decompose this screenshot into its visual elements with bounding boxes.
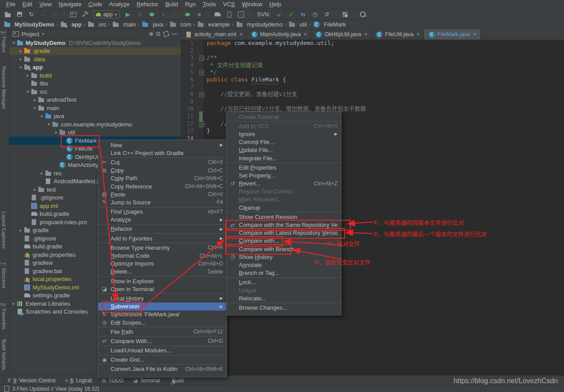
chevron-down-icon[interactable]: ▾ xyxy=(25,89,30,94)
chevron-right-icon[interactable]: ▸ xyxy=(18,49,23,53)
menu-item-unlock[interactable]: Unlock xyxy=(226,286,341,294)
menu-item-create-gist[interactable]: ◉Create Gist... xyxy=(98,356,226,364)
menu-item-show-current-revision[interactable]: Show Current Revision xyxy=(226,213,341,221)
breadcrumb-src[interactable]: src xyxy=(88,21,106,28)
close-icon[interactable]: × xyxy=(239,31,242,37)
stripe-layout-captures[interactable]: Layout Captures xyxy=(1,211,7,248)
close-icon[interactable]: × xyxy=(473,31,476,37)
menu-item-file-path[interactable]: File PathCtrl+Alt+F12 xyxy=(98,328,226,336)
window-icon[interactable] xyxy=(69,11,77,18)
menu-item-analyze[interactable]: Analyze▶ xyxy=(98,216,226,224)
menu-item-show-in-explorer[interactable]: Show in Explorer xyxy=(98,277,226,285)
menu-item-cut[interactable]: ✂CutCtrl+X xyxy=(98,158,226,166)
chevron-right-icon[interactable]: ▸ xyxy=(32,98,37,102)
fold-icon[interactable]: − xyxy=(199,70,204,75)
build-hammer-icon[interactable] xyxy=(81,11,89,18)
tab-mainactivity-java[interactable]: MainActivity.java× xyxy=(247,29,311,40)
menu-item-compare-with-the-same-repository-version[interactable]: ⇄Compare with the Same Repository Versio… xyxy=(226,221,341,229)
menu-item-reformat-code[interactable]: Reformat CodeCtrl+Alt+L xyxy=(98,251,226,259)
menu-item-browse-type-hierarchy[interactable]: Browse Type HierarchyCtrl+H xyxy=(98,244,226,251)
chevron-down-icon[interactable]: ▾ xyxy=(42,32,44,36)
chevron-down-icon[interactable]: ▾ xyxy=(32,106,37,110)
breadcrumb-main[interactable]: main xyxy=(112,21,136,28)
menu-file[interactable]: File xyxy=(3,0,19,9)
menu-item-copy-reference[interactable]: Copy ReferenceCtrl+Alt+Shift+C xyxy=(98,182,226,190)
tree-item-util[interactable]: ▾util xyxy=(9,129,181,137)
stop-icon[interactable]: ■ xyxy=(195,11,203,18)
breadcrumb-filemark[interactable]: FileMark xyxy=(313,21,346,28)
menu-navigate[interactable]: Navigate xyxy=(55,0,85,9)
svn-update-icon[interactable]: ↙ xyxy=(275,11,283,18)
svn-commit-icon[interactable]: ✓ xyxy=(287,11,295,18)
menu-item-add-to-vcs[interactable]: Add to VCSCtrl+Alt+A xyxy=(226,122,341,130)
close-icon[interactable]: × xyxy=(364,31,367,37)
toolwindow-6-logcat[interactable]: ≡6: Logcat xyxy=(65,377,92,384)
chevron-right-icon[interactable]: ▸ xyxy=(18,228,23,233)
fold-icon[interactable]: − xyxy=(199,55,204,61)
gear-icon[interactable] xyxy=(163,31,169,37)
breadcrumb-mystudydemo[interactable]: mystudydemo xyxy=(236,21,282,28)
close-icon[interactable]: × xyxy=(416,31,419,37)
stripe-7-structure[interactable]: 7: Structure xyxy=(1,262,7,288)
menu-item-branch-or-tag[interactable]: Branch or Tag... xyxy=(226,269,341,277)
menu-item-find-usages[interactable]: Find UsagesAlt+F7 xyxy=(98,208,226,216)
menu-build[interactable]: Build xyxy=(162,0,182,9)
menu-item-edit-properties[interactable]: Edit Properties xyxy=(226,163,341,171)
menu-item-lock[interactable]: Lock... xyxy=(226,278,341,286)
menu-item-ignore[interactable]: Ignore▶ xyxy=(226,130,341,138)
tree-item-src[interactable]: ▾src xyxy=(9,88,181,96)
menu-item-refactor[interactable]: Refactor▶ xyxy=(98,225,226,233)
menu-vcs[interactable]: VCS xyxy=(219,0,238,9)
save-icon[interactable] xyxy=(15,11,23,18)
fold-icon[interactable]: − xyxy=(199,92,204,97)
menu-item-subversion[interactable]: Subversion▶ xyxy=(98,303,226,311)
menu-item-paste[interactable]: ▤PasteCtrl+V xyxy=(98,190,226,198)
profiler-icon[interactable]: ◔ xyxy=(171,11,179,18)
menu-item-create-external[interactable]: Create External... xyxy=(226,113,341,121)
menu-analyze[interactable]: Analyze xyxy=(106,0,133,9)
menu-tools[interactable]: Tools xyxy=(199,0,219,9)
tree-item-com-example-mystudydemo[interactable]: ▾com.example.mystudydemo xyxy=(9,120,181,129)
menu-item-revert[interactable]: ↺Revert...Ctrl+Alt+Z xyxy=(226,180,341,188)
menu-item-optimize-imports[interactable]: Optimize ImportsCtrl+Alt+O xyxy=(98,260,226,268)
breadcrumb-app[interactable]: app xyxy=(60,21,82,28)
menu-edit[interactable]: Edit xyxy=(19,0,36,9)
stripe-build-variants[interactable]: Build Variants xyxy=(1,339,7,370)
breadcrumb-com[interactable]: com xyxy=(169,21,191,28)
menu-item-resolve-text-conflict[interactable]: Resolve Text Conflict... xyxy=(226,188,341,196)
sync-icon[interactable]: ↻ xyxy=(27,11,35,18)
menu-item-synchronize-filemark-java[interactable]: ↻Synchronize 'FileMark.java' xyxy=(98,311,226,318)
menu-item-edit-scopes[interactable]: ◎Edit Scopes... xyxy=(98,318,226,326)
menu-item-set-property[interactable]: Set Property... xyxy=(226,171,341,179)
fold-icon[interactable]: − xyxy=(199,122,204,127)
gradle-sync-icon[interactable] xyxy=(213,11,221,18)
menu-item-add-to-favorites[interactable]: Add to Favorites▶ xyxy=(98,234,226,242)
run-icon[interactable]: ▶ xyxy=(124,11,132,18)
menu-item-local-history[interactable]: Local History▶ xyxy=(98,294,226,302)
forward-icon[interactable]: → xyxy=(51,11,59,18)
chevron-right-icon[interactable]: ▸ xyxy=(32,187,37,192)
menu-item-open-in-terminal[interactable]: ◪Open in Terminal xyxy=(98,285,226,293)
collapse-all-icon[interactable]: ⊟ xyxy=(156,31,160,37)
tree-item-mystudydemo[interactable]: ▾MyStudyDemoD:\SVNCode\MyStudyDemo xyxy=(9,39,181,47)
toolwindow-9-version-control[interactable]: ⇵9: Version Control xyxy=(7,377,56,384)
chevron-right-icon[interactable]: ▸ xyxy=(11,301,16,306)
breadcrumb-example[interactable]: example xyxy=(197,21,230,28)
menu-help[interactable]: Help xyxy=(266,0,285,9)
tab-fileutil-java[interactable]: FileUtil.java× xyxy=(372,29,424,40)
chevron-right-icon[interactable]: ▸ xyxy=(39,171,45,175)
tab-activity-main-xml[interactable]: activity_main.xml× xyxy=(181,29,247,40)
menu-window[interactable]: Window xyxy=(238,0,266,9)
debug-icon[interactable] xyxy=(148,11,156,18)
menu-refactor[interactable]: Refactor xyxy=(133,0,162,9)
chevron-down-icon[interactable]: ▾ xyxy=(39,114,45,118)
breadcrumb-util[interactable]: util xyxy=(289,21,307,28)
search-icon[interactable] xyxy=(359,11,367,18)
chevron-down-icon[interactable]: ▾ xyxy=(18,65,23,70)
rollback-icon[interactable]: ↺ xyxy=(323,11,331,18)
chevron-down-icon[interactable]: ▾ xyxy=(53,130,59,135)
menu-item-delete[interactable]: Delete...Delete xyxy=(98,268,226,276)
breadcrumb-java[interactable]: java xyxy=(142,21,163,28)
menu-item-cleanup[interactable]: Cleanup xyxy=(226,203,341,211)
tab-filemark-java[interactable]: FileMark.java× xyxy=(424,29,480,40)
